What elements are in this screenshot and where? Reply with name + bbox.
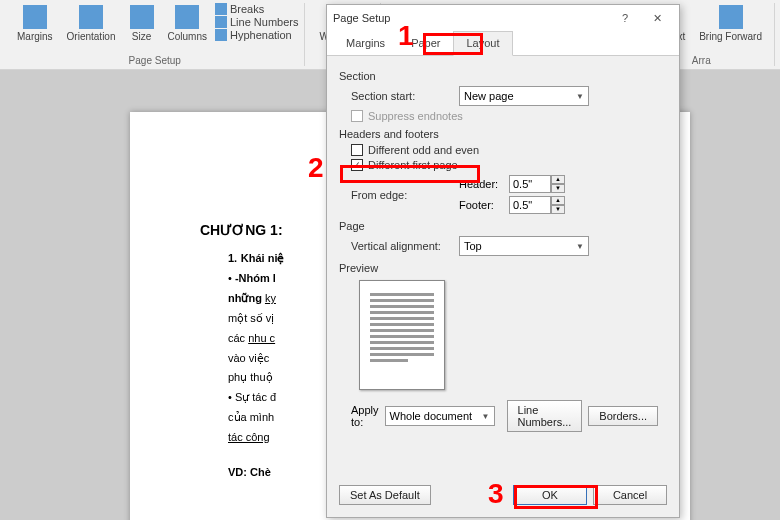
suppress-endnotes-checkbox xyxy=(351,110,363,122)
help-button[interactable]: ? xyxy=(609,6,641,30)
page-setup-group-label: Page Setup xyxy=(129,55,181,66)
chevron-down-icon[interactable]: ▼ xyxy=(551,184,565,193)
breaks-button[interactable]: Breaks xyxy=(215,3,298,15)
section-start-combo[interactable]: New page▼ xyxy=(459,86,589,106)
different-odd-even-checkbox[interactable] xyxy=(351,144,363,156)
line-numbers-button[interactable]: Line Numbers... xyxy=(507,400,583,432)
headers-footers-header: Headers and footers xyxy=(339,128,667,140)
arrange-group-label: Arra xyxy=(692,55,711,66)
from-edge-label: From edge: xyxy=(351,189,451,201)
header-distance-spinner[interactable]: ▲▼ xyxy=(509,175,565,193)
vertical-alignment-label: Vertical alignment: xyxy=(351,240,451,252)
cancel-button[interactable]: Cancel xyxy=(593,485,667,505)
section-header: Section xyxy=(339,70,667,82)
close-button[interactable]: ✕ xyxy=(641,6,673,30)
margins-button[interactable]: Margins xyxy=(11,3,59,44)
different-odd-even-label: Different odd and even xyxy=(368,144,479,156)
bring-forward-button[interactable]: Bring Forward xyxy=(693,3,768,44)
breaks-icon xyxy=(215,3,227,15)
line-numbers-button[interactable]: Line Numbers xyxy=(215,16,298,28)
dialog-title: Page Setup xyxy=(333,12,391,24)
preview-header: Preview xyxy=(339,262,667,274)
orientation-icon xyxy=(79,5,103,29)
tab-paper[interactable]: Paper xyxy=(398,31,453,55)
orientation-button[interactable]: Orientation xyxy=(61,3,122,44)
chevron-down-icon[interactable]: ▼ xyxy=(551,205,565,214)
size-icon xyxy=(130,5,154,29)
columns-button[interactable]: Columns xyxy=(162,3,213,44)
chevron-up-icon[interactable]: ▲ xyxy=(551,196,565,205)
columns-icon xyxy=(175,5,199,29)
header-distance-label: Header: xyxy=(459,178,503,190)
page-setup-dialog: Page Setup ? ✕ Margins Paper Layout Sect… xyxy=(326,4,680,518)
ok-button[interactable]: OK xyxy=(513,485,587,505)
section-start-label: Section start: xyxy=(351,90,451,102)
suppress-endnotes-label: Suppress endnotes xyxy=(368,110,463,122)
hyphenation-button[interactable]: Hyphenation xyxy=(215,29,298,41)
footer-distance-spinner[interactable]: ▲▼ xyxy=(509,196,565,214)
apply-to-label: Apply to: xyxy=(351,404,379,428)
tab-layout[interactable]: Layout xyxy=(453,31,512,56)
borders-button[interactable]: Borders... xyxy=(588,406,658,426)
page-header: Page xyxy=(339,220,667,232)
different-first-page-label: Different first page xyxy=(368,159,458,171)
apply-to-combo[interactable]: Whole document▼ xyxy=(385,406,495,426)
size-button[interactable]: Size xyxy=(124,3,160,44)
vertical-alignment-combo[interactable]: Top▼ xyxy=(459,236,589,256)
tab-margins[interactable]: Margins xyxy=(333,31,398,55)
ribbon-group-page-setup: Margins Orientation Size Columns Breaks … xyxy=(5,3,305,66)
footer-distance-label: Footer: xyxy=(459,199,503,211)
chevron-down-icon: ▼ xyxy=(482,412,490,421)
tab-strip: Margins Paper Layout xyxy=(327,31,679,56)
bring-forward-icon xyxy=(719,5,743,29)
line-numbers-icon xyxy=(215,16,227,28)
different-first-page-checkbox[interactable]: ✓ xyxy=(351,159,363,171)
dialog-titlebar: Page Setup ? ✕ xyxy=(327,5,679,31)
preview-thumbnail xyxy=(359,280,445,390)
chevron-down-icon: ▼ xyxy=(576,92,584,101)
chevron-down-icon: ▼ xyxy=(576,242,584,251)
margins-icon xyxy=(23,5,47,29)
chevron-up-icon[interactable]: ▲ xyxy=(551,175,565,184)
set-as-default-button[interactable]: Set As Default xyxy=(339,485,431,505)
hyphenation-icon xyxy=(215,29,227,41)
